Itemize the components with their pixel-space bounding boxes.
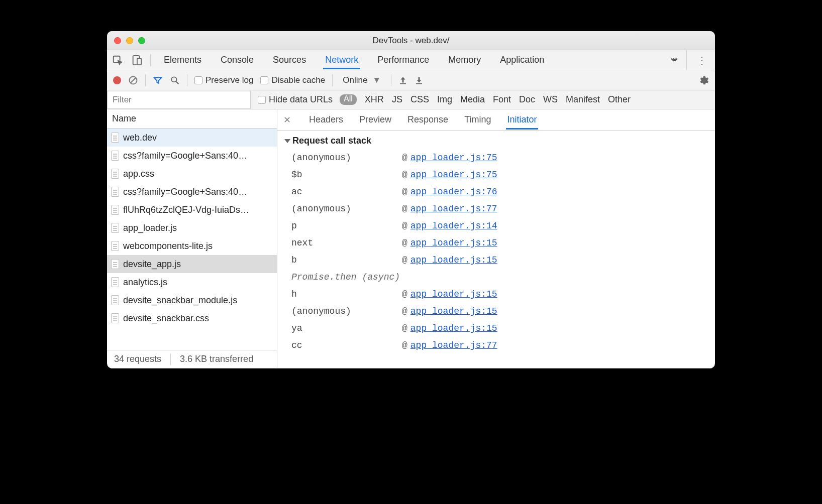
stack-source-link[interactable]: app_loader.js:75 [410,149,497,166]
request-name: webcomponents-lite.js [123,241,213,251]
stack-function: (anonymous) [291,149,402,166]
tab-console[interactable]: Console [219,51,256,69]
stack-function: h [291,286,402,303]
stack-at-symbol: @ [402,183,410,200]
tab-elements[interactable]: Elements [162,51,203,69]
request-row[interactable]: flUhRq6tzZclQEJ-Vdg-IuiaDs… [107,201,277,219]
content-area: Name web.devcss?family=Google+Sans:40…ap… [107,109,715,368]
stack-source-link[interactable]: app_loader.js:15 [410,286,497,303]
stack-frame: b@app_loader.js:15 [284,251,708,269]
record-button[interactable] [113,76,121,84]
request-row[interactable]: devsite_app.js [107,255,277,273]
divider [187,74,187,86]
svg-point-5 [171,77,176,82]
request-row[interactable]: app.css [107,165,277,183]
stack-source-link[interactable]: app_loader.js:15 [410,320,497,337]
filter-type-css[interactable]: CSS [410,94,429,105]
stack-frame: ya@app_loader.js:15 [284,320,708,337]
throttling-select[interactable]: Online ▼ [340,75,384,85]
stack-source-link[interactable]: app_loader.js:15 [410,303,497,320]
request-name: css?family=Google+Sans:40… [123,151,247,161]
request-row[interactable]: css?family=Google+Sans:40… [107,147,277,165]
disable-cache-checkbox[interactable]: Disable cache [260,75,325,85]
filter-funnel-icon[interactable] [153,75,163,85]
filter-type-js[interactable]: JS [392,94,402,105]
download-har-icon[interactable] [415,76,424,85]
tab-application[interactable]: Application [498,51,546,69]
stack-source-link[interactable]: app_loader.js:75 [410,166,497,183]
document-icon [111,241,119,251]
device-toggle-icon[interactable] [131,54,142,66]
request-row[interactable]: css?family=Google+Sans:40… [107,183,277,201]
stack-function: (anonymous) [291,200,402,217]
tab-sources[interactable]: Sources [271,51,308,69]
stack-frame: (anonymous)@app_loader.js:77 [284,200,708,217]
divider [391,74,391,86]
filter-type-all[interactable]: All [340,94,357,105]
request-name: css?family=Google+Sans:40… [123,187,247,197]
stack-frame: h@app_loader.js:15 [284,286,708,303]
filter-type-other[interactable]: Other [608,94,631,105]
filter-type-xhr[interactable]: XHR [365,94,384,105]
filter-type-manifest[interactable]: Manifest [566,94,600,105]
stack-frame: ac@app_loader.js:76 [284,183,708,200]
request-name: devsite_snackbar.css [123,313,209,324]
detail-tab-timing[interactable]: Timing [463,110,492,130]
stack-frame: cc@app_loader.js:77 [284,337,708,354]
stack-source-link[interactable]: app_loader.js:15 [410,234,497,251]
tab-performance[interactable]: Performance [375,51,431,69]
upload-har-icon[interactable] [398,76,407,85]
detail-tabbar: ✕ HeadersPreviewResponseTimingInitiator [277,109,715,131]
request-count: 34 requests [114,354,161,364]
preserve-log-checkbox[interactable]: Preserve log [194,75,253,85]
filter-input[interactable] [107,91,251,109]
request-row[interactable]: web.dev [107,129,277,147]
stack-at-symbol: @ [402,286,410,303]
request-name: devsite_snackbar_module.js [123,295,237,306]
stack-source-link[interactable]: app_loader.js:77 [410,337,497,354]
stack-source-link[interactable]: app_loader.js:14 [410,217,497,234]
inspect-element-icon[interactable] [112,54,123,66]
stack-source-link[interactable]: app_loader.js:76 [410,183,497,200]
tab-memory[interactable]: Memory [446,51,483,69]
close-detail-button[interactable]: ✕ [283,114,294,125]
request-row[interactable]: app_loader.js [107,219,277,237]
divider [145,74,146,86]
stack-source-link[interactable]: app_loader.js:77 [410,200,497,217]
settings-gear-icon[interactable] [698,75,709,86]
document-icon [111,133,119,143]
stack-async-label: Promise.then (async) [291,269,400,286]
svg-rect-8 [416,83,422,84]
stack-frame: $b@app_loader.js:75 [284,166,708,183]
detail-tab-initiator[interactable]: Initiator [506,110,538,130]
filter-type-doc[interactable]: Doc [519,94,535,105]
stack-source-link[interactable]: app_loader.js:15 [410,251,497,269]
name-column-header[interactable]: Name [107,109,277,129]
request-row[interactable]: devsite_snackbar_module.js [107,291,277,309]
hide-data-urls-checkbox[interactable]: Hide data URLs [258,94,333,105]
svg-line-6 [176,81,179,84]
stack-frame: (anonymous)@app_loader.js:75 [284,149,708,166]
filter-type-img[interactable]: Img [437,94,452,105]
overflow-chevrons-icon[interactable] [662,55,686,65]
detail-tab-headers[interactable]: Headers [308,110,344,130]
stack-at-symbol: @ [402,200,410,217]
filter-type-media[interactable]: Media [460,94,485,105]
filter-type-font[interactable]: Font [493,94,511,105]
detail-tab-response[interactable]: Response [406,110,449,130]
request-row[interactable]: analytics.js [107,273,277,291]
filter-type-ws[interactable]: WS [543,94,558,105]
request-row[interactable]: devsite_snackbar.css [107,309,277,327]
tab-network[interactable]: Network [323,51,360,69]
more-menu-button[interactable]: ⋮ [686,50,710,70]
document-icon [111,295,119,305]
call-stack-heading[interactable]: Request call stack [284,136,708,146]
stack-frame: next@app_loader.js:15 [284,234,708,251]
svg-line-4 [131,78,136,83]
preserve-log-label: Preserve log [205,75,253,85]
search-icon[interactable] [170,75,180,85]
window-title: DevTools - web.dev/ [107,36,715,46]
detail-tab-preview[interactable]: Preview [358,110,392,130]
clear-icon[interactable] [128,75,138,85]
request-row[interactable]: webcomponents-lite.js [107,237,277,255]
